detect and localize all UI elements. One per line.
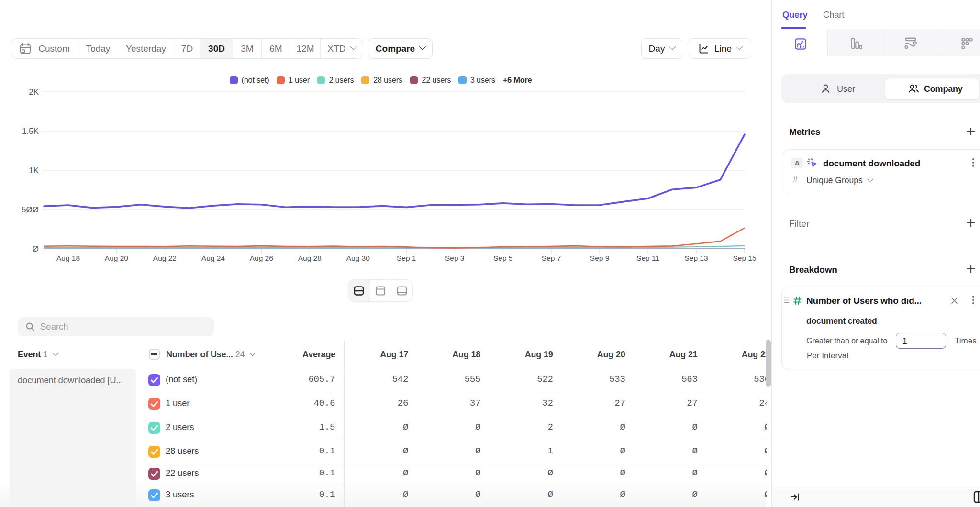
svg-text:1.5K: 1.5K <box>22 127 39 136</box>
svg-text:Aug 20: Aug 20 <box>105 254 129 262</box>
svg-text:5ØØ: 5ØØ <box>22 205 39 214</box>
svg-text:Sep 5: Sep 5 <box>493 254 513 262</box>
svg-text:Aug 18: Aug 18 <box>56 254 80 262</box>
svg-text:Sep 3: Sep 3 <box>445 254 465 262</box>
svg-text:Sep 15: Sep 15 <box>733 254 756 262</box>
svg-text:2K: 2K <box>29 88 39 97</box>
svg-text:Aug 30: Aug 30 <box>346 254 370 262</box>
svg-text:Sep 11: Sep 11 <box>636 254 659 262</box>
svg-text:Sep 1: Sep 1 <box>397 254 416 262</box>
svg-text:1K: 1K <box>29 166 39 175</box>
svg-text:Sep 7: Sep 7 <box>542 254 561 262</box>
svg-text:Sep 9: Sep 9 <box>590 254 610 262</box>
svg-text:Aug 22: Aug 22 <box>153 254 177 262</box>
svg-text:Aug 24: Aug 24 <box>201 254 225 262</box>
svg-text:Sep 13: Sep 13 <box>684 254 708 262</box>
svg-text:Ø: Ø <box>33 244 39 254</box>
svg-text:Aug 28: Aug 28 <box>298 254 322 262</box>
svg-text:Aug 26: Aug 26 <box>250 254 273 262</box>
